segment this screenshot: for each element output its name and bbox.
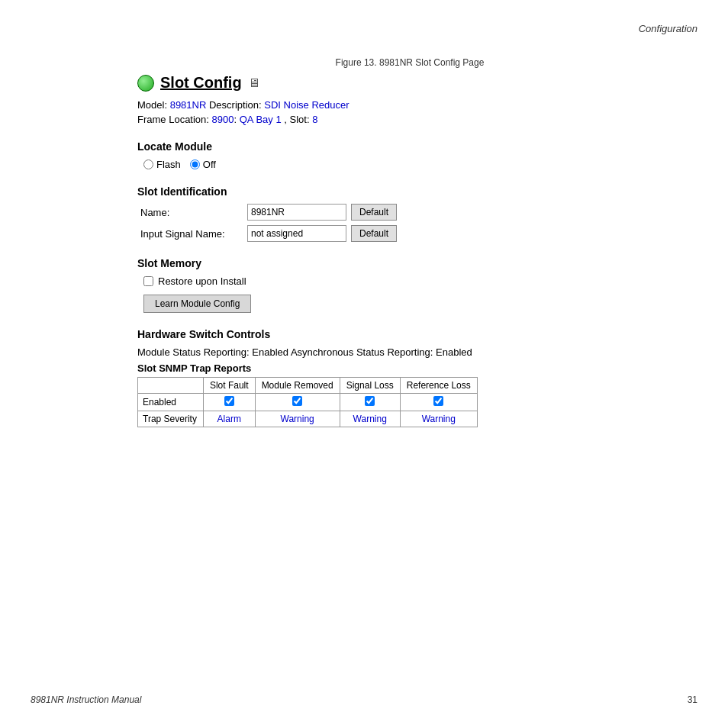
snmp-header-row: Slot Fault Module Removed Signal Loss Re… [138, 378, 478, 394]
status-reporting-line: Module Status Reporting: Enabled Asynchr… [137, 346, 682, 358]
footer-manual-name: 8981NR Instruction Manual [31, 694, 141, 705]
module-removed-enabled[interactable] [255, 394, 340, 411]
signal-loss-severity[interactable]: Warning [340, 411, 400, 427]
col-module-removed: Module Removed [255, 378, 340, 394]
slot-memory-title: Slot Memory [137, 257, 682, 269]
col-signal-loss: Signal Loss [340, 378, 400, 394]
reference-loss-checkbox[interactable] [433, 396, 443, 406]
status-reporting-label: Module Status Reporting: [137, 346, 250, 358]
description-value: SDI Noise Reducer [264, 99, 349, 111]
locate-module-radio-group: Flash Off [143, 159, 682, 170]
off-radio-item[interactable]: Off [190, 159, 216, 170]
restore-label: Restore upon Install [158, 275, 246, 287]
slot-fault-severity[interactable]: Alarm [203, 411, 255, 427]
slot-label: Slot: [290, 114, 313, 125]
async-reporting-value: Enabled [436, 346, 472, 358]
off-radio[interactable] [190, 159, 200, 169]
config-icon: 🖥 [248, 76, 260, 90]
model-line: Model: 8981NR Description: SDI Noise Red… [137, 99, 682, 111]
frame-label: Frame Location: [137, 114, 209, 125]
footer-page-number: 31 [688, 694, 697, 705]
model-value: 8981NR [170, 99, 207, 111]
slot-id-table: Name: Default Input Signal Name: Default [140, 204, 682, 242]
table-row: Enabled [138, 394, 478, 411]
locate-module-title: Locate Module [137, 140, 682, 153]
snmp-trap-title: Slot SNMP Trap Reports [137, 362, 682, 374]
locate-module-section: Locate Module Flash Off [137, 140, 682, 170]
slot-fault-enabled[interactable] [203, 394, 255, 411]
module-removed-severity[interactable]: Warning [255, 411, 340, 427]
async-reporting-label: Asynchronous Status Reporting: [291, 346, 436, 358]
flash-label: Flash [156, 159, 181, 170]
hardware-switch-section: Hardware Switch Controls Module Status R… [137, 328, 682, 427]
input-signal-default-button[interactable]: Default [351, 225, 397, 242]
header-configuration: Configuration [639, 23, 697, 34]
slot-fault-checkbox[interactable] [224, 396, 234, 406]
flash-radio-item[interactable]: Flash [143, 159, 181, 170]
slot-memory-section: Slot Memory Restore upon Install Learn M… [137, 257, 682, 313]
module-removed-checkbox[interactable] [292, 396, 302, 406]
name-input[interactable] [247, 204, 346, 221]
frame-value: 8900 [212, 114, 234, 125]
snmp-trap-table: Slot Fault Module Removed Signal Loss Re… [137, 377, 478, 427]
frame-location-line: Frame Location: 8900: QA Bay 1 , Slot: 8 [137, 114, 682, 125]
restore-checkbox-row: Restore upon Install [143, 275, 682, 287]
restore-checkbox[interactable] [143, 276, 153, 286]
description-label: Description: [209, 99, 262, 111]
col-empty [138, 378, 204, 394]
flash-radio[interactable] [143, 159, 153, 169]
reference-loss-enabled[interactable] [400, 394, 477, 411]
frame-bay: QA Bay 1 [240, 114, 285, 125]
name-label: Name: [140, 207, 247, 218]
input-signal-input[interactable] [247, 225, 346, 242]
signal-loss-enabled[interactable] [340, 394, 400, 411]
model-label: Model: [137, 99, 167, 111]
input-signal-label: Input Signal Name: [140, 228, 247, 240]
name-row: Name: Default [140, 204, 682, 221]
hardware-switch-title: Hardware Switch Controls [137, 328, 682, 340]
table-row: Trap Severity Alarm Warning Warning Warn… [138, 411, 478, 427]
status-reporting-value: Enabled [252, 346, 288, 358]
status-indicator [137, 75, 154, 92]
page-title: Slot Config [160, 74, 242, 92]
trap-severity-label: Trap Severity [138, 411, 204, 427]
off-label: Off [203, 159, 216, 170]
reference-loss-severity[interactable]: Warning [400, 411, 477, 427]
learn-module-button[interactable]: Learn Module Config [143, 295, 251, 313]
signal-loss-checkbox[interactable] [365, 396, 375, 406]
name-default-button[interactable]: Default [351, 204, 397, 221]
col-reference-loss: Reference Loss [400, 378, 477, 394]
col-slot-fault: Slot Fault [203, 378, 255, 394]
slot-config-header: Slot Config 🖥 [137, 74, 682, 92]
slot-identification-section: Slot Identification Name: Default Input … [137, 185, 682, 242]
input-signal-row: Input Signal Name: Default [140, 225, 682, 242]
enabled-label: Enabled [138, 394, 204, 411]
figure-caption: Figure 13. 8981NR Slot Config Page [137, 57, 682, 68]
slot-value: 8 [312, 114, 317, 125]
slot-identification-title: Slot Identification [137, 185, 682, 198]
